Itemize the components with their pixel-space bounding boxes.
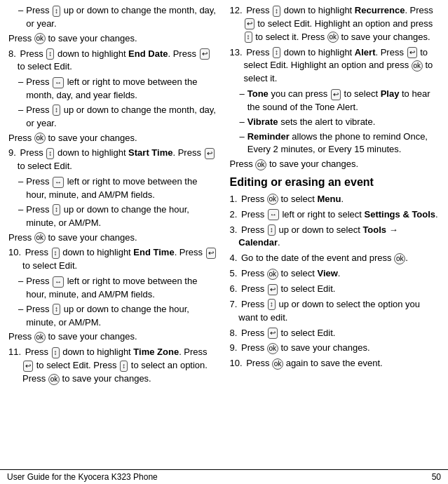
nav-icon: ↕ <box>53 304 60 315</box>
left-icon: ↩ <box>200 48 210 60</box>
left-icon: ↩ <box>407 47 417 58</box>
nav-icon: ↔ <box>53 276 64 288</box>
list-item: 8. Press ↩ to select Edit. <box>230 327 440 340</box>
footer: User Guide for the Kyocera K323 Phone 50 <box>0 469 448 484</box>
list-item: 7. Press ↕ up or down to select the opti… <box>230 298 440 325</box>
ok-icon: ok <box>48 374 60 385</box>
list-item: 9. Press ok to save your changes. <box>230 342 440 355</box>
ok-icon: ok <box>267 194 278 205</box>
ok-icon: ok <box>412 60 423 72</box>
list-item: – Press ↕ up or down to change the hour,… <box>8 303 219 330</box>
list-item: Press ok to save your changes. <box>8 32 219 46</box>
list-item: 10. Press ok again to save the event. <box>230 357 440 370</box>
nav-icon: ↕ <box>53 6 60 17</box>
nav-icon: ↕ <box>273 6 280 17</box>
list-item: 6. Press ↩ to select Edit. <box>230 283 440 296</box>
list-item: – Vibrate sets the alert to vibrate. <box>230 116 440 129</box>
nav-icon: ↕ <box>273 47 280 58</box>
list-item: – Press ↕ up or down to change the hour,… <box>8 203 219 230</box>
ok-icon: ok <box>267 343 278 354</box>
list-item: 12. Press ↕ down to highlight Recurrence… <box>230 4 440 44</box>
list-item: 5. Press ok to select View. <box>230 267 440 281</box>
list-item: – Press ↕ up or down to change the month… <box>8 104 219 130</box>
nav-icon: ↔ <box>53 177 64 188</box>
ok-icon: ok <box>394 253 405 264</box>
nav-icon: ↔ <box>53 77 64 88</box>
section-heading: Editing or erasing an event <box>230 175 440 190</box>
nav-icon: ↕ <box>268 299 276 310</box>
list-item: – Press ↔ left or right to move between … <box>8 275 219 302</box>
left-column: – Press ↕ up or down to change the month… <box>8 4 219 465</box>
ok-icon: ok <box>34 33 46 44</box>
list-item: 8. Press ↕ down to highlight End Date. P… <box>8 48 219 74</box>
list-item: Press ok to save your changes. <box>8 330 219 344</box>
ok-icon: ok <box>34 332 46 343</box>
list-item: – Press ↔ left or right to move between … <box>8 76 219 102</box>
left-icon: ↩ <box>23 361 33 372</box>
left-icon: ↩ <box>205 148 215 159</box>
list-item: 11. Press ↕ down to highlight Time Zone.… <box>8 346 219 386</box>
footer-left: User Guide for the Kyocera K323 Phone <box>7 472 158 482</box>
list-item: Press ok to save your changes. <box>8 231 219 245</box>
left-icon: ↩ <box>268 284 278 295</box>
nav-icon: ↕ <box>52 248 60 259</box>
ok-icon: ok <box>327 32 339 43</box>
list-item: 13. Press ↕ down to highlight Alert. Pre… <box>230 46 440 86</box>
nav-icon: ↕ <box>53 204 60 215</box>
left-icon: ↩ <box>331 89 341 100</box>
list-item: – Tone you can press ↩ to select Play to… <box>230 88 440 114</box>
content-area: – Press ↕ up or down to change the month… <box>0 0 448 469</box>
right-column: 12. Press ↕ down to highlight Recurrence… <box>230 4 440 465</box>
left-icon: ↩ <box>245 18 254 29</box>
list-item: Press ok to save your changes. <box>8 132 219 145</box>
ok-icon: ok <box>267 269 278 280</box>
nav-icon: ↔ <box>268 209 279 220</box>
nav-icon: ↕ <box>268 224 276 236</box>
list-item: 4. Go to the date of the event and press… <box>230 252 440 265</box>
nav-icon: ↕ <box>245 32 252 43</box>
list-item: 3. Press ↕ up or down to select Tools → … <box>230 224 440 250</box>
ok-icon: ok <box>34 232 46 243</box>
list-item: 1. Press ok to select Menu. <box>230 193 440 206</box>
list-item: Press ok to save your changes. <box>230 158 440 171</box>
nav-icon: ↕ <box>120 361 128 372</box>
left-icon: ↩ <box>206 248 216 259</box>
dash: – <box>18 4 23 18</box>
nav-icon: ↕ <box>46 148 54 159</box>
ok-icon: ok <box>34 133 46 144</box>
list-item: – Reminder allows the phone to remind On… <box>230 130 440 157</box>
nav-icon: ↕ <box>53 105 60 116</box>
page: – Press ↕ up or down to change the month… <box>0 0 448 484</box>
nav-icon: ↕ <box>52 347 60 358</box>
list-item: – Press ↕ up or down to change the month… <box>8 4 219 31</box>
footer-right: 50 <box>432 472 441 482</box>
ok-icon: ok <box>255 159 266 170</box>
list-item: 10. Press ↕ down to highlight End Time. … <box>8 246 219 273</box>
list-item: 9. Press ↕ down to highlight Start Time.… <box>8 147 219 173</box>
ok-icon: ok <box>272 358 283 370</box>
nav-icon: ↕ <box>46 48 54 60</box>
list-item: 2. Press ↔ left or right to select Setti… <box>230 208 440 222</box>
left-icon: ↩ <box>268 328 278 339</box>
list-item: – Press ↔ left or right to move between … <box>8 175 219 202</box>
